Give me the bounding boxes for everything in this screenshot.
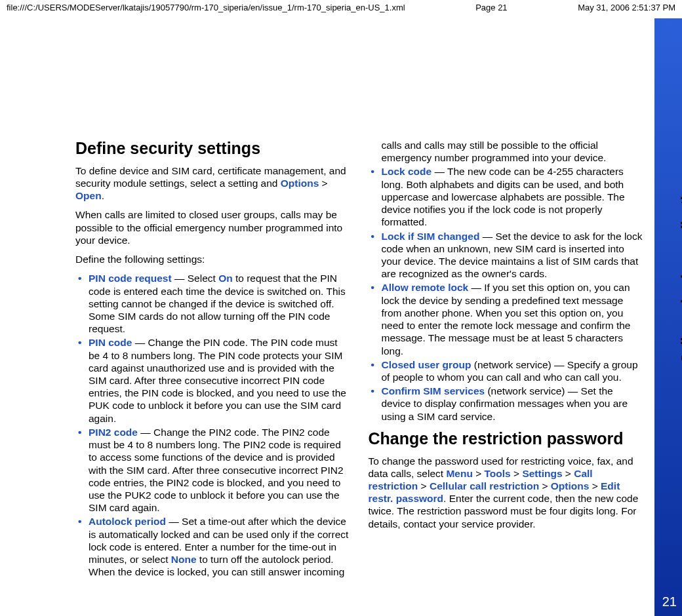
intro-paragraph: To define device and SIM card, certifica… <box>75 164 350 202</box>
kw-on: On <box>218 273 233 284</box>
heading-change-restriction: Change the restriction password <box>369 429 643 448</box>
paragraph: To change the password used for restrict… <box>369 455 643 530</box>
kw-cellular-call-restriction: Cellular call restriction <box>430 480 539 491</box>
kw-tools: Tools <box>485 468 511 479</box>
list-item: Closed user group (network service) — Sp… <box>369 358 643 383</box>
list-item: PIN code request — Select On to request … <box>75 272 350 335</box>
kw-confirm-sim-services: Confirm SIM services <box>382 385 485 396</box>
print-header: file:///C:/USERS/MODEServer/lkatajis/190… <box>0 0 682 12</box>
kw-lock-if-sim-changed: Lock if SIM changed <box>382 231 480 242</box>
list-item: PIN code — Change the PIN code. The PIN … <box>75 336 350 425</box>
page: file:///C:/USERS/MODEServer/lkatajis/190… <box>0 0 682 616</box>
kw-options: Options <box>281 178 319 189</box>
datetime: May 31, 2006 2:51:37 PM <box>578 3 675 12</box>
page-number: 21 <box>662 594 677 609</box>
kw-closed-user-group: Closed user group <box>382 359 471 370</box>
section-block: Change the restriction password To chang… <box>369 429 643 530</box>
kw-none: None <box>171 554 197 565</box>
list-item: PIN2 code — Change the PIN2 code. The PI… <box>75 426 350 514</box>
side-tab-label: Calls and voice applications <box>678 170 682 364</box>
kw-pin-code-request: PIN code request <box>89 273 172 284</box>
kw-pin2-code: PIN2 code <box>89 427 138 438</box>
list-item: Lock if SIM changed — Set the device to … <box>369 230 643 280</box>
page-label: Page 21 <box>475 3 507 12</box>
kw-autolock-period: Autolock period <box>89 516 169 527</box>
list-item: Lock code — The new code can be 4-255 ch… <box>369 165 643 228</box>
list-item: Allow remote lock — If you set this opti… <box>369 281 643 356</box>
kw-menu: Menu <box>446 468 472 479</box>
paragraph: When calls are limited to closed user gr… <box>75 208 350 246</box>
file-path: file:///C:/USERS/MODEServer/lkatajis/190… <box>7 3 405 12</box>
paragraph: Define the following settings: <box>75 253 350 265</box>
kw-open: Open <box>75 190 102 201</box>
kw-options-2: Options <box>551 480 590 491</box>
list-item: Confirm SIM services (network service) —… <box>369 385 643 423</box>
kw-lock-code: Lock code <box>382 166 432 177</box>
kw-pin-code: PIN code <box>89 337 132 348</box>
kw-settings: Settings <box>522 468 562 479</box>
heading-define-security: Define security settings <box>75 139 350 158</box>
kw-allow-remote-lock: Allow remote lock <box>382 282 469 293</box>
content-body: Define security settings To define devic… <box>75 139 643 603</box>
